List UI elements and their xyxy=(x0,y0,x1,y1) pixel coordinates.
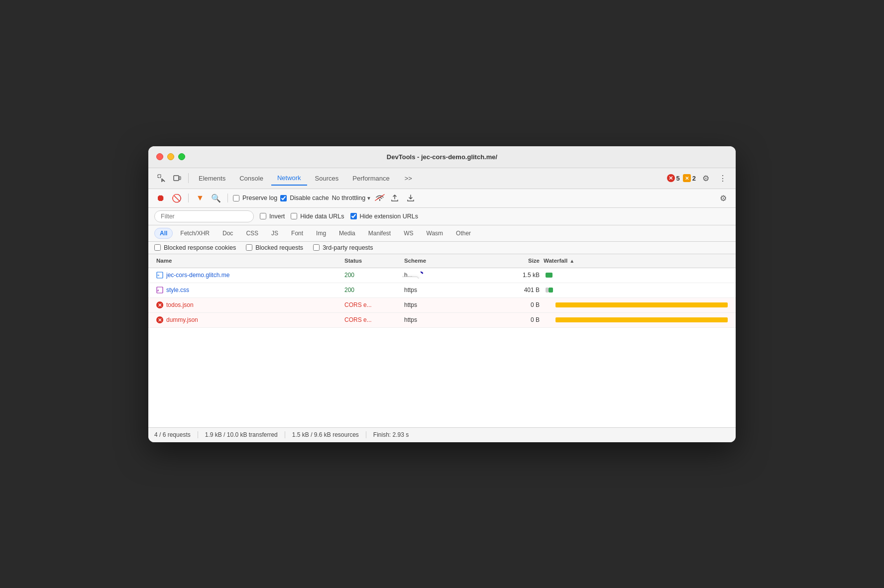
search-button[interactable]: 🔍 xyxy=(210,192,222,204)
settings-icon[interactable]: ⚙ xyxy=(699,171,713,185)
svg-rect-1 xyxy=(174,176,179,181)
disable-cache-label[interactable]: Disable cache xyxy=(280,195,329,201)
sort-arrow-icon: ▲ xyxy=(569,258,574,264)
th-size[interactable]: Size xyxy=(482,258,542,264)
maximize-button[interactable] xyxy=(178,153,185,160)
type-filter-manifest[interactable]: Manifest xyxy=(363,228,396,239)
error-badge[interactable]: ✕ 5 xyxy=(667,174,680,182)
hide-extension-urls-label[interactable]: Hide extension URLs xyxy=(350,213,418,220)
throttle-control[interactable]: No throttling ▼ xyxy=(332,195,371,201)
row-name-cell: ✕ dummy.json xyxy=(154,316,342,323)
table-row[interactable]: ≡ jec-cors-demo.glitch.me 200 h... 200 O… xyxy=(148,268,736,283)
blocked-requests-text: Blocked requests xyxy=(255,244,303,251)
th-name[interactable]: Name xyxy=(154,258,342,264)
more-tabs-button[interactable]: >> xyxy=(399,172,418,185)
css-file-icon: # xyxy=(156,287,163,294)
waterfall-label: Waterfall xyxy=(544,258,567,264)
invert-text: Invert xyxy=(269,213,285,220)
export-har-icon[interactable] xyxy=(388,192,401,204)
throttle-arrow-icon: ▼ xyxy=(366,196,371,201)
traffic-lights xyxy=(156,153,185,160)
network-toolbar: ⏺ 🚫 ▼ 🔍 Preserve log Disable cache No th… xyxy=(148,189,736,208)
row-3-status: CORS e... xyxy=(342,301,402,308)
type-filter-font[interactable]: Font xyxy=(286,228,309,239)
hide-data-urls-label[interactable]: Hide data URLs xyxy=(291,213,344,220)
hide-data-urls-checkbox[interactable] xyxy=(291,213,297,219)
th-waterfall[interactable]: Waterfall ▲ xyxy=(542,258,730,264)
requests-stat: 4 / 6 requests xyxy=(154,431,191,438)
preserve-log-label[interactable]: Preserve log xyxy=(233,195,277,201)
tab-performance[interactable]: Performance xyxy=(346,172,395,185)
type-filter-fetch-xhr[interactable]: Fetch/XHR xyxy=(175,228,215,239)
filter-button[interactable]: ▼ xyxy=(194,192,207,204)
row-name-cell: # style.css xyxy=(154,287,342,294)
blocked-bar: Blocked response cookies Blocked request… xyxy=(148,242,736,254)
tab-console[interactable]: Console xyxy=(233,172,269,185)
html-file-icon: ≡ xyxy=(156,272,163,279)
blocked-cookies-text: Blocked response cookies xyxy=(164,244,236,251)
badge-area: ✕ 5 ✕ 2 ⚙ ⋮ xyxy=(667,171,730,185)
more-options-icon[interactable]: ⋮ xyxy=(716,171,730,185)
table-row[interactable]: ✕ dummy.json CORS e... https 0 B xyxy=(148,313,736,328)
svg-rect-2 xyxy=(179,177,181,180)
type-filter-wasm[interactable]: Wasm xyxy=(421,228,449,239)
tab-elements[interactable]: Elements xyxy=(193,172,231,185)
hide-extension-urls-checkbox[interactable] xyxy=(350,213,357,219)
network-conditions-icon[interactable] xyxy=(374,194,385,203)
preserve-log-checkbox[interactable] xyxy=(233,195,239,201)
filter-input[interactable] xyxy=(154,210,254,222)
disable-cache-checkbox[interactable] xyxy=(280,195,287,201)
type-filter-js[interactable]: JS xyxy=(266,228,284,239)
row-2-name[interactable]: style.css xyxy=(166,287,189,294)
close-button[interactable] xyxy=(156,153,163,160)
main-content: ⏺ 🚫 ▼ 🔍 Preserve log Disable cache No th… xyxy=(148,189,736,442)
row-1-scheme: h... 200 OK ↙ xyxy=(402,272,482,279)
tab-network[interactable]: Network xyxy=(271,171,307,186)
third-party-label[interactable]: 3rd-party requests xyxy=(313,244,373,251)
row-1-size: 1.5 kB xyxy=(482,272,542,279)
clear-button[interactable]: 🚫 xyxy=(170,192,183,204)
th-scheme[interactable]: Scheme xyxy=(402,258,482,264)
invert-checkbox[interactable] xyxy=(260,213,266,219)
record-button[interactable]: ⏺ xyxy=(154,192,167,204)
type-filter-all[interactable]: All xyxy=(154,228,173,239)
svg-rect-0 xyxy=(158,175,161,178)
row-3-name[interactable]: todos.json xyxy=(166,301,194,308)
table-header: Name Status Scheme Size Waterfall ▲ xyxy=(148,254,736,268)
minimize-button[interactable] xyxy=(167,153,174,160)
waterfall-bar-green xyxy=(546,273,552,278)
tab-sources[interactable]: Sources xyxy=(309,172,345,185)
th-status[interactable]: Status xyxy=(342,258,402,264)
network-settings-icon[interactable]: ⚙ xyxy=(717,192,730,204)
type-filter-other[interactable]: Other xyxy=(450,228,476,239)
waterfall-bar-yellow xyxy=(555,302,728,307)
type-filter-media[interactable]: Media xyxy=(333,228,361,239)
row-4-name[interactable]: dummy.json xyxy=(166,316,198,323)
blocked-requests-checkbox[interactable] xyxy=(246,244,252,251)
table-body: ≡ jec-cors-demo.glitch.me 200 h... 200 O… xyxy=(148,268,736,427)
type-filter-ws[interactable]: WS xyxy=(398,228,419,239)
third-party-checkbox[interactable] xyxy=(313,244,320,251)
table-row[interactable]: ✕ todos.json CORS e... https 0 B xyxy=(148,298,736,313)
blocked-cookies-label[interactable]: Blocked response cookies xyxy=(154,244,236,251)
title-bar: DevTools - jec-cors-demo.glitch.me/ xyxy=(148,146,736,168)
type-filter-doc[interactable]: Doc xyxy=(217,228,238,239)
type-filter-img[interactable]: Img xyxy=(311,228,332,239)
row-1-name[interactable]: jec-cors-demo.glitch.me xyxy=(166,272,229,279)
inspect-element-icon[interactable] xyxy=(154,171,168,185)
blocked-cookies-checkbox[interactable] xyxy=(154,244,161,251)
import-har-icon[interactable] xyxy=(404,192,417,204)
waterfall-bar-yellow2 xyxy=(555,317,728,322)
filter-bar: Invert Hide data URLs Hide extension URL… xyxy=(148,208,736,225)
disable-cache-text: Disable cache xyxy=(290,195,329,201)
blocked-requests-label[interactable]: Blocked requests xyxy=(246,244,303,251)
type-filter-css[interactable]: CSS xyxy=(240,228,264,239)
row-4-waterfall xyxy=(542,313,730,327)
table-row[interactable]: # style.css 200 https 401 B xyxy=(148,283,736,298)
row-3-waterfall xyxy=(542,298,730,312)
device-toolbar-icon[interactable] xyxy=(170,171,184,185)
svg-text:#: # xyxy=(157,289,159,292)
warning-badge[interactable]: ✕ 2 xyxy=(683,174,696,182)
row-1-waterfall xyxy=(542,268,730,283)
invert-label[interactable]: Invert xyxy=(260,213,285,220)
